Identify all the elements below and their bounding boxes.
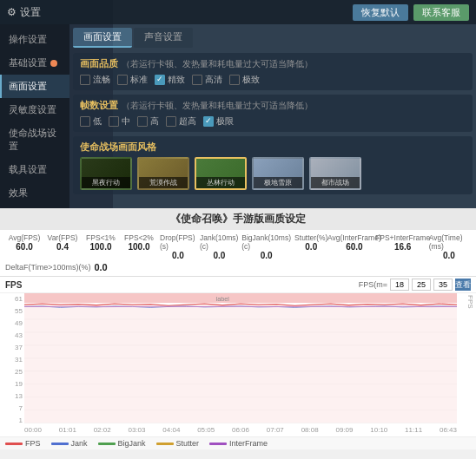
sidebar-item-sensitivity[interactable]: 灵敏度设置 <box>0 98 69 121</box>
sidebar-item-effects[interactable]: 效果 <box>0 181 69 205</box>
sidebar-item-quickmsg[interactable]: 快捷消息 <box>0 205 69 208</box>
sidebar-item-vehicle[interactable]: 载具设置 <box>0 158 69 181</box>
sidebar-item-battlefield[interactable]: 使命战场设置 <box>0 121 69 158</box>
fps-view-button[interactable]: 查看 <box>455 279 471 291</box>
scene-thumb-desert[interactable]: 荒漠作战 <box>137 157 189 190</box>
chart-title: FPS <box>5 280 22 290</box>
stat-stutter: Stutter(%) 0.0 <box>292 233 330 261</box>
fps-header: 帧数设置 （若运行卡顿、发热量和耗电量过大可适当降低） <box>80 99 466 112</box>
delta-value: 0.0 <box>94 262 107 272</box>
quality-smooth-checkbox[interactable] <box>80 75 90 85</box>
quality-title: 画面品质 <box>80 57 118 70</box>
fps-high-checkbox[interactable] <box>137 116 148 127</box>
fps-option-low[interactable]: 低 <box>80 115 102 128</box>
restore-default-button[interactable]: 恢复默认 <box>353 4 408 21</box>
tab-graphics[interactable]: 画面设置 <box>73 28 132 48</box>
chart-area: 61 55 49 43 37 31 25 19 13 7 1 <box>0 293 476 436</box>
legend-jank-label: Jank <box>71 439 88 448</box>
page-title-bar: 《使命召唤》手游版画质设定 <box>0 208 476 230</box>
quality-hint: （若运行卡顿、发热量和耗电量过大可适当降低） <box>122 58 313 70</box>
page-title: 《使命召唤》手游版画质设定 <box>170 213 306 225</box>
fps-low-checkbox[interactable] <box>80 116 90 127</box>
quality-standard-checkbox[interactable] <box>117 75 128 85</box>
stat-avg-time: Avg(Time)(ms) 0.0 <box>427 233 471 261</box>
app-title: ⚙ 设置 <box>7 5 41 20</box>
scene-thumb-snow[interactable]: 极地雪原 <box>252 157 304 190</box>
scene-thumb-night[interactable]: 黑夜行动 <box>80 157 132 190</box>
delta-label: DeltaF(Time>100ms)(%) <box>5 263 90 272</box>
legend-bigjank: BigJank <box>98 439 146 448</box>
graphics-quality-section: 画面品质 （若运行卡顿、发热量和耗电量过大可适当降低） 流畅 标准 精致 <box>73 53 473 90</box>
fps-ultra-checkbox[interactable] <box>166 116 176 127</box>
stats-row: Avg(FPS) 60.0 Var(FPS) 0.4 FPS<1% 100.0 … <box>5 233 471 261</box>
scene-label-city: 都市战场 <box>311 177 360 188</box>
quality-hd-checkbox[interactable] <box>192 75 202 85</box>
scene-label-snow: 极地雪原 <box>254 177 302 188</box>
tab-audio[interactable]: 声音设置 <box>134 28 193 48</box>
fps-min-label: FPS(m= <box>359 280 387 289</box>
legend-interframe: InterFrame <box>209 439 268 448</box>
header-bar: ⚙ 设置 恢复默认 联系客服 <box>0 0 476 24</box>
quality-option-smooth[interactable]: 流畅 <box>80 74 110 86</box>
fps-title: 帧数设置 <box>80 99 118 112</box>
main-panel: 画面设置 声音设置 画面品质 （若运行卡顿、发热量和耗电量过大可适当降低） 流畅 <box>69 24 476 208</box>
svg-rect-11 <box>24 293 457 303</box>
fps-value1-input[interactable] <box>390 279 409 291</box>
fps-option-ultra[interactable]: 超高 <box>166 115 196 128</box>
legend-bar: FPS Jank BigJank Stutter InterFrame <box>0 436 476 449</box>
fps-option-high[interactable]: 高 <box>137 115 159 128</box>
quality-option-hd[interactable]: 高清 <box>192 74 222 86</box>
fps-section: 帧数设置 （若运行卡顿、发热量和耗电量过大可适当降低） 低 中 高 <box>73 95 473 132</box>
scene-style-section: 使命战场画面风格 黑夜行动 荒漠作战 丛林行动 <box>73 136 473 194</box>
sidebar-item-graphics[interactable]: 画面设置 <box>0 75 69 98</box>
stat-fps-interframe: FPS+InterFrame 16.6 <box>378 233 426 261</box>
scene-thumb-jungle[interactable]: 丛林行动 <box>195 157 247 190</box>
sidebar-item-operation[interactable]: 操作设置 <box>0 28 69 51</box>
quality-ultra-checkbox[interactable] <box>229 75 240 85</box>
game-settings-panel: ⚙ 设置 恢复默认 联系客服 操作设置 基础设置 画面设置 灵敏度设置 使命战场… <box>0 0 476 208</box>
stat-avg-fps: Avg(FPS) 60.0 <box>5 233 43 261</box>
legend-jank-color <box>51 443 69 445</box>
legend-stutter: Stutter <box>156 439 200 448</box>
fps-medium-checkbox[interactable] <box>109 116 119 127</box>
fps-options: 低 中 高 超高 极限 <box>80 115 466 128</box>
scene-thumbnails: 黑夜行动 荒漠作战 丛林行动 极地雪原 <box>80 157 466 190</box>
fps-option-extreme[interactable]: 极限 <box>203 115 234 128</box>
stat-fps-lt2: FPS<2% 100.0 <box>120 233 158 261</box>
stat-avg-interframe: Avg(InterFrame) 60.0 <box>330 233 378 261</box>
sidebar-item-basic[interactable]: 基础设置 <box>0 51 69 75</box>
fps-option-medium[interactable]: 中 <box>109 115 130 128</box>
fps-value2-input[interactable] <box>412 279 431 291</box>
legend-fps-color <box>5 443 23 445</box>
quality-refined-checkbox[interactable] <box>155 75 165 85</box>
fps-hint: （若运行卡顿、发热量和耗电量过大可适当降低） <box>122 100 313 112</box>
notification-dot <box>50 60 57 67</box>
quality-option-refined[interactable]: 精致 <box>155 74 185 86</box>
settings-icon: ⚙ <box>7 6 17 18</box>
contact-support-button[interactable]: 联系客服 <box>413 4 469 21</box>
content-area: 操作设置 基础设置 画面设置 灵敏度设置 使命战场设置 载具设置 效果 快捷消息 <box>0 24 476 208</box>
scene-thumb-city[interactable]: 都市战场 <box>309 157 361 190</box>
legend-jank: Jank <box>51 439 88 448</box>
quality-option-ultra[interactable]: 极致 <box>229 74 260 86</box>
right-y-axis: FPS <box>457 293 476 436</box>
legend-interframe-color <box>209 443 227 445</box>
legend-bigjank-label: BigJank <box>118 439 146 448</box>
scene-label-jungle: 丛林行动 <box>196 177 245 188</box>
scene-label-night: 黑夜行动 <box>82 177 130 188</box>
x-axis: 00:00 01:01 02:02 03:03 04:04 05:05 06:0… <box>24 424 457 436</box>
legend-stutter-label: Stutter <box>176 439 200 448</box>
quality-option-standard[interactable]: 标准 <box>117 74 148 86</box>
fps-value3-input[interactable] <box>433 279 453 291</box>
legend-fps: FPS <box>5 439 41 448</box>
scene-title: 使命战场画面风格 <box>80 141 156 154</box>
quality-options: 流畅 标准 精致 高清 <box>80 74 466 86</box>
svg-text:label: label <box>216 295 230 303</box>
stat-jank: Jank(10ms)(c) 0.0 <box>198 233 241 261</box>
sidebar: 操作设置 基础设置 画面设置 灵敏度设置 使命战场设置 载具设置 效果 快捷消息 <box>0 24 69 208</box>
chart-canvas: label 00:00 01:01 02:02 03:03 04 <box>24 293 457 436</box>
legend-fps-label: FPS <box>25 439 41 448</box>
fps-extreme-checkbox[interactable] <box>203 116 214 127</box>
stat-drop-fps: Drop(FPS)(s) 0.0 <box>158 233 198 261</box>
scene-label-desert: 荒漠作战 <box>139 177 188 188</box>
